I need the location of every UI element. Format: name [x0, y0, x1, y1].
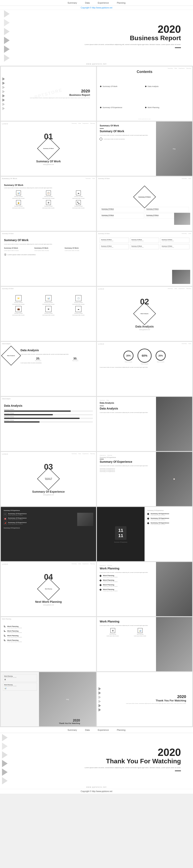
bottom-nav-data[interactable]: Data — [85, 729, 90, 731]
contents-dot-4 — [145, 107, 146, 108]
da1-stat-2: 30. Data Analysis — [58, 357, 93, 361]
exp-dark-content: 🛡 Summary Of Experience Lorem ipsum dolo… — [4, 513, 93, 526]
slide-nav-01: Summary Data Experience Planning — [72, 123, 95, 124]
slide-nav-sd: Summary Data — [182, 178, 191, 179]
fill-1 — [4, 410, 71, 412]
diamond-04: Work Planning — [37, 578, 60, 600]
slide-nav-left-01: LOGO — [2, 123, 8, 125]
slide-summary-6boxes: Summary Data Summary Of Work Summary Of … — [97, 232, 192, 286]
da1-heading: Data Analysis — [21, 349, 93, 352]
nav-summary[interactable]: Summary — [67, 2, 77, 4]
pi-content-4: Work Planning Lorem ipsum dolor sit amet… — [7, 639, 93, 642]
bar-1 — [4, 410, 93, 412]
sm-arrow-2 — [2, 82, 5, 85]
6b-item-5: Summary Of Work Lorem ipsum dolor sit am… — [130, 244, 159, 249]
b-arrow-4 — [2, 743, 8, 750]
nav-data[interactable]: Data — [85, 2, 90, 4]
sm-arrow-3 — [2, 86, 5, 89]
contents-item-4: Work Planning — [145, 98, 189, 118]
p1-dot-2 — [99, 579, 102, 582]
pi-content: Work Planning Lorem ipsum dolor sit amet… — [4, 624, 93, 642]
slide-cover-mini: 2020 Business Report Lorem ipsum dolor s… — [1, 66, 96, 121]
sd-item-2: Summary Of Work Lorem ipsum dolor sit am… — [145, 207, 189, 212]
slide-summary-work-content: Summary Data Summary Of Work Summary Of … — [97, 122, 156, 176]
p1-timeline-4: Work Planning Lorem ipsum dolor sit amet… — [100, 589, 153, 591]
dc2-body: Lorem ipsum dolor sit amet, consectetuer… — [100, 412, 153, 413]
3col-2: Summary Of Work Lorem ipsum dolor sit am… — [34, 247, 63, 251]
contents-item-2: Data Analysis — [145, 76, 189, 96]
pi-bracket-2 — [4, 630, 6, 632]
slide-summary-icons2: Summary Of Work 📁 Summary Of Work Lorem … — [1, 287, 96, 341]
arrow-7 — [4, 45, 10, 53]
nav-planning[interactable]: Planning — [117, 2, 126, 4]
slide-nav-left-02: LOGO — [98, 288, 104, 290]
bottom-nav-planning[interactable]: Planning — [117, 729, 126, 731]
p1-content-3: Work Planning Lorem ipsum dolor sit amet… — [103, 584, 153, 587]
dc-text: Lorem ipsum dolor sit amet, consectetuer… — [100, 367, 189, 368]
icon-grid: 📊 Summary Of Work Lorem ipsum dolor sit … — [4, 190, 93, 209]
slide-nav-03: Summary Data Experience Planning — [72, 453, 95, 454]
slide-planning-img — [156, 562, 192, 616]
slide-summary-diamond: Summary Data Summary Of Work Summary Of … — [97, 177, 192, 231]
arrow-3 — [4, 10, 10, 18]
icon-item-6: 📞 Summary Of Work Lorem ipsum dolor sit … — [64, 200, 93, 209]
contents-dot-2 — [145, 86, 146, 87]
section-label-01: Summary Of Work — [36, 160, 61, 163]
slide-nav-contents: Summary Data Experience Planning — [168, 68, 191, 69]
timeline-content-2: Summary Of Experience Lorem ipsum dolor … — [150, 517, 189, 520]
bottom-nav-summary[interactable]: Summary — [67, 729, 77, 731]
bottom-hero-line — [175, 771, 181, 771]
sd-item-3: Summary Of Work Lorem ipsum dolor sit am… — [100, 213, 144, 219]
i2-box-4: 💼 — [16, 306, 22, 312]
exp-dark-footer: Summary Of Experience — [4, 527, 93, 529]
hero-arrows — [0, 10, 60, 62]
slide-nav-left-3col: Summary Of Work — [2, 233, 13, 234]
contents-item-1: Summary Of Work — [100, 76, 144, 96]
icon-box-4: 🔒 — [16, 200, 21, 205]
i2-box-1: 📁 — [16, 295, 22, 301]
bar-3 — [4, 418, 93, 419]
slide-planning-icons: Work Planning Work Planning Lorem ipsum … — [1, 617, 96, 671]
ty-mini-text: 2020 Thank You For Watching — [59, 719, 80, 724]
pp-heading: Work Planning — [100, 620, 153, 623]
phones-right-heading: Summary Of Experience — [147, 510, 189, 511]
icon-box-3: ☁ — [76, 190, 81, 195]
sw1-title: Summary Of Work — [100, 130, 153, 133]
fill-2 — [4, 414, 53, 415]
i2-box-2: 📊 — [46, 295, 52, 301]
nav-experience[interactable]: Experience — [98, 2, 109, 4]
timeline-3: Summary Of Experience Lorem ipsum dolor … — [147, 522, 189, 525]
6b-bottom-row: Summary Of Work Lorem ipsum dolor sit am… — [100, 244, 189, 249]
dp-content: Data Analysis Summary Of Work Summary Of… — [4, 404, 93, 423]
arrow-6 — [4, 37, 10, 44]
watch-img: ⌚ — [156, 452, 192, 506]
hero-year: 2020 — [85, 24, 181, 34]
pp-icon-2: 📊 Work Planning Lorem ipsum dolor sit am… — [127, 628, 153, 637]
slide-planning-text: Experience Planning Work Planning Lorem … — [97, 562, 156, 616]
slide-exp-img: ⌚ — [156, 452, 192, 506]
i2-icon-grid: 📁 Summary Of Work Lorem ipsum dolor sit … — [4, 295, 93, 316]
pi-content-3: Work Planning Lorem ipsum dolor sit amet… — [7, 635, 93, 638]
i2-icon-3: 🕐 Summary Of Work Lorem ipsum dolor sit … — [64, 295, 93, 305]
sw1-diamond-icon — [99, 137, 103, 141]
slide-nav-exp1: Experience Planning — [100, 455, 153, 456]
section-sub-02: www.pptstore.net — [139, 329, 150, 330]
slide-thank-you-mini: Work Planning Lorem ipsum dolor sit amet… — [1, 672, 96, 726]
left-arrows — [1, 66, 25, 121]
slide-nav-icons: Summary Data — [86, 178, 95, 179]
pi-item-4: Work Planning Lorem ipsum dolor sit amet… — [4, 639, 93, 642]
exp-text-3: Summary Of Experience Lorem ipsum dolor … — [8, 522, 27, 525]
dc-circles: 20% Data Analysis 60% Data Analysis 20% … — [100, 349, 189, 365]
bottom-website-tag: www.pptstore.net — [0, 785, 193, 789]
section-sub-03: www.pptstore.net — [43, 494, 54, 495]
dc-circle-1: 20% Data Analysis — [123, 351, 134, 363]
slide-data-analysis-1: Data Analysis Data Analysis Data Analysi… — [1, 342, 96, 396]
ty-arrow-4 — [99, 700, 101, 703]
bottom-nav-experience[interactable]: Experience — [98, 729, 109, 731]
contents-dot-1 — [100, 86, 102, 87]
icon-box-5: 🖥 — [46, 200, 51, 205]
icon-box-6: 📞 — [76, 200, 81, 205]
pp-icon-grid: 🖥 Work Planning Lorem ipsum dolor sit am… — [100, 628, 153, 637]
pi-timeline: Work Planning Lorem ipsum dolor sit amet… — [4, 625, 93, 642]
dp-heading: Data Analysis — [4, 404, 93, 407]
